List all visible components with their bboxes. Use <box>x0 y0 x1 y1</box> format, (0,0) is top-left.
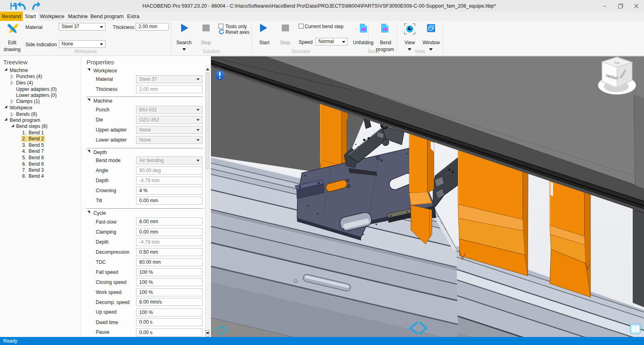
svg-text:2/8: 2/8 <box>213 62 221 68</box>
